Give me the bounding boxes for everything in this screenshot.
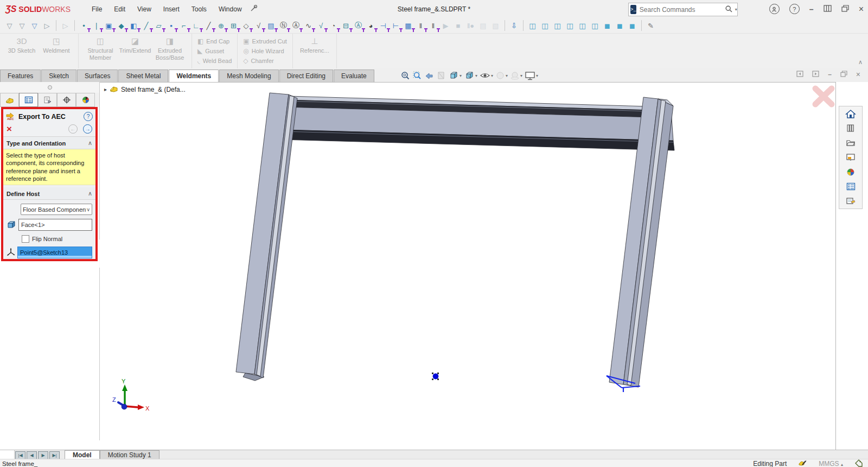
menu-item-insert[interactable]: Insert: [157, 5, 186, 13]
dimxpert-tab[interactable]: [57, 93, 76, 107]
reference-point-field[interactable]: Point5@Sketch13: [17, 247, 92, 258]
doc-restore-icon[interactable]: [840, 71, 847, 79]
collapse-section-icon2[interactable]: ∧: [88, 190, 92, 197]
pie-tool-icon[interactable]: ◕: [365, 20, 376, 31]
view-back-icon[interactable]: ◫: [539, 20, 551, 31]
corner-tool-icon[interactable]: ⌐: [178, 20, 189, 31]
pin-menu-icon[interactable]: [250, 4, 258, 14]
host-type-caret-icon[interactable]: ∨: [86, 207, 90, 212]
ordinate-left-icon[interactable]: ‖: [415, 20, 426, 31]
display-style-caret-icon[interactable]: ▾: [475, 73, 477, 78]
point-tool-icon[interactable]: •: [78, 20, 90, 31]
tab-surfaces[interactable]: Surfaces: [77, 70, 118, 82]
surface-finish-icon[interactable]: √: [315, 20, 327, 31]
account-icon[interactable]: [769, 4, 780, 14]
view-trimetric-icon[interactable]: ◼: [627, 20, 638, 31]
ordinate-right-icon[interactable]: ‖: [427, 20, 439, 31]
flag-left-icon[interactable]: ⊣: [378, 20, 389, 31]
splitter-handle-icon[interactable]: [48, 85, 52, 90]
view-palette-icon[interactable]: [839, 150, 863, 165]
grid-tool-icon[interactable]: ⊞: [228, 20, 239, 31]
spline-tool-icon[interactable]: ╱: [203, 20, 214, 31]
hide-show-caret-icon[interactable]: ▾: [491, 73, 493, 78]
forum-icon[interactable]: [839, 194, 863, 209]
view-settings-caret-icon[interactable]: ▾: [536, 73, 538, 78]
rhombus-tool-icon[interactable]: ◇: [240, 20, 252, 31]
record-edit-icon[interactable]: ▧: [490, 20, 501, 31]
menu-item-tools[interactable]: Tools: [186, 5, 213, 13]
tab-direct-editing[interactable]: Direct Editing: [279, 70, 333, 82]
menu-item-view[interactable]: View: [131, 5, 157, 13]
view-top-icon[interactable]: ◫: [577, 20, 588, 31]
datum-target-icon[interactable]: Ⓐ: [353, 20, 364, 31]
line-tool-icon[interactable]: ∣: [91, 20, 102, 31]
polyline-tool-icon[interactable]: ∟: [190, 20, 202, 31]
flag-right-icon[interactable]: ⊢: [390, 20, 401, 31]
pause-record-icon[interactable]: ‖●: [465, 20, 476, 31]
feature-manager-tab[interactable]: [0, 93, 19, 107]
stop-icon[interactable]: ■: [452, 20, 464, 31]
paint-icon[interactable]: ✎: [645, 20, 656, 31]
origin-tool-icon[interactable]: ⊕: [215, 20, 227, 31]
prev-tab-icon[interactable]: ◀: [27, 451, 37, 459]
property-manager-tab[interactable]: [19, 93, 38, 107]
tab-mesh-modeling[interactable]: Mesh Modeling: [219, 70, 278, 82]
panel-help-icon[interactable]: ?: [84, 112, 93, 121]
collapse-right-pane-icon[interactable]: [812, 71, 819, 79]
smart-dimension-icon[interactable]: √: [253, 20, 264, 31]
revolve-tool-icon[interactable]: ◆: [116, 20, 127, 31]
view-front-icon[interactable]: ◫: [527, 20, 538, 31]
note-tool-icon[interactable]: ▤: [265, 20, 277, 31]
design-library-icon[interactable]: [839, 121, 863, 136]
search-commands-box[interactable]: >_ ▾: [628, 3, 738, 16]
home-icon[interactable]: [839, 106, 863, 122]
filter-edit-icon[interactable]: ▽: [16, 20, 28, 31]
minimize-icon[interactable]: –: [809, 5, 814, 14]
tab-sketch[interactable]: Sketch: [41, 70, 76, 82]
tab-sheet-metal[interactable]: Sheet Metal: [118, 70, 168, 82]
tab-weldments[interactable]: Weldments: [169, 70, 219, 82]
datum-tool-icon[interactable]: ⊟: [340, 20, 352, 31]
help-icon[interactable]: ?: [789, 4, 800, 14]
view-left-icon[interactable]: ◫: [552, 20, 563, 31]
view-settings-icon[interactable]: [525, 71, 535, 80]
search-input[interactable]: [639, 5, 725, 14]
menu-item-window[interactable]: Window: [213, 5, 248, 13]
weld-symbol-icon[interactable]: ∿: [303, 20, 314, 31]
appearances-scenes-icon[interactable]: [839, 165, 863, 180]
rectangle-tool-icon[interactable]: ▣: [103, 20, 114, 31]
next-button[interactable]: →: [83, 124, 92, 134]
display-style-icon[interactable]: [464, 70, 475, 81]
lasso-select-icon[interactable]: ▷: [60, 20, 71, 31]
units-selector[interactable]: MMGS ▴: [819, 460, 843, 467]
balloon-n-icon[interactable]: Ⓝ: [278, 20, 289, 31]
previous-view-icon[interactable]: [424, 71, 434, 80]
filter-toggle-icon[interactable]: ▽: [29, 20, 40, 31]
close-icon[interactable]: ×: [859, 4, 864, 14]
cancel-button[interactable]: ×: [7, 125, 12, 133]
restore-icon[interactable]: [841, 5, 849, 14]
slot-tool-icon[interactable]: ╱: [141, 20, 152, 31]
hide-show-items-icon[interactable]: [480, 71, 490, 80]
define-host-section-header[interactable]: Define Host ∧: [3, 187, 95, 200]
type-orientation-section-header[interactable]: Type and Orientation ∧: [3, 137, 95, 149]
menu-item-edit[interactable]: Edit: [108, 5, 131, 13]
search-icon[interactable]: [725, 5, 733, 15]
view-orientation-caret-icon[interactable]: ▾: [459, 73, 462, 78]
zoom-area-icon[interactable]: [412, 71, 422, 80]
dome-tool-icon[interactable]: ◔: [328, 20, 339, 31]
tab-evaluate[interactable]: Evaluate: [334, 70, 374, 82]
collapse-ribbon-icon[interactable]: ∧: [858, 59, 863, 66]
tag-icon[interactable]: [855, 459, 863, 467]
menu-item-file[interactable]: File: [86, 5, 108, 13]
workspace-icon[interactable]: [824, 5, 832, 14]
search-dropdown-icon[interactable]: ▾: [733, 7, 739, 12]
flip-normal-checkbox[interactable]: [22, 235, 29, 243]
first-tab-icon[interactable]: |◀: [15, 451, 25, 459]
collapse-section-icon[interactable]: ∧: [88, 140, 92, 147]
view-dimetric-icon[interactable]: ◼: [614, 20, 626, 31]
plane-tool-icon[interactable]: ▱: [153, 20, 164, 31]
record-video-icon[interactable]: ▤: [477, 20, 489, 31]
appearances-tab[interactable]: [76, 93, 95, 107]
view-iso-icon[interactable]: ◼: [602, 20, 613, 31]
